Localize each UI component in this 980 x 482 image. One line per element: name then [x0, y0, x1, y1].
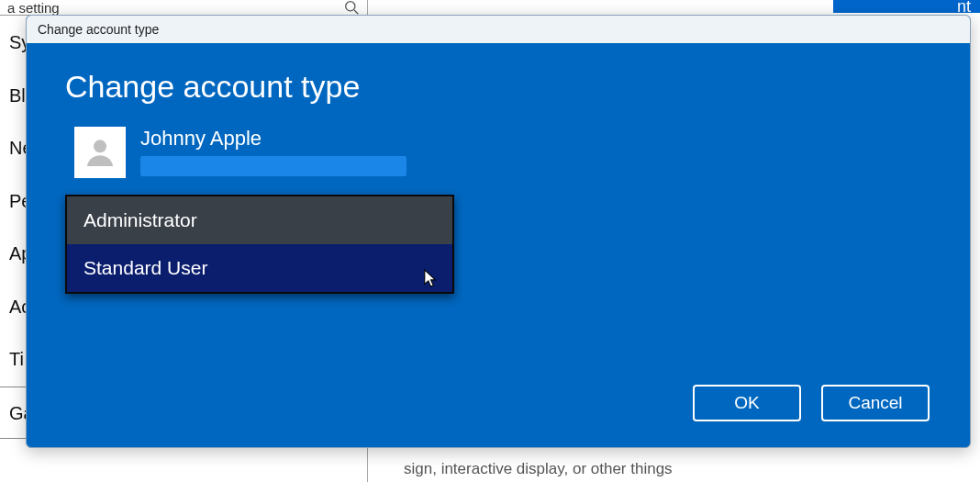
dialog-title: Change account type [38, 22, 159, 37]
user-info: Johnny Apple [140, 127, 406, 176]
svg-line-1 [354, 10, 358, 14]
search-icon [344, 0, 360, 16]
search-input-text: a setting [7, 0, 344, 16]
avatar [74, 127, 126, 178]
dropdown-option-administrator[interactable]: Administrator [67, 196, 452, 244]
dropdown-option-label: Standard User [84, 257, 207, 278]
cancel-button[interactable]: Cancel [821, 385, 930, 421]
dropdown-option-label: Administrator [84, 209, 197, 230]
setting-description: sign, interactive display, or other thin… [404, 460, 962, 478]
ok-button[interactable]: OK [693, 385, 801, 421]
user-name: Johnny Apple [140, 127, 406, 151]
dropdown-option-standard-user[interactable]: Standard User [67, 244, 452, 292]
change-account-type-dialog: Change account type Change account type … [26, 15, 971, 448]
user-row: Johnny Apple [74, 127, 931, 178]
dialog-body: Change account type Johnny Apple Adminis… [27, 43, 970, 447]
svg-point-0 [346, 1, 355, 10]
top-accent-button-fragment[interactable]: nt [833, 0, 980, 13]
dialog-button-row: OK Cancel [693, 385, 930, 421]
top-accent-label: nt [957, 0, 980, 13]
svg-point-2 [94, 140, 106, 152]
mouse-cursor-icon [423, 259, 440, 279]
user-email-redacted [140, 156, 406, 176]
dialog-titlebar[interactable]: Change account type [27, 16, 970, 43]
dialog-heading: Change account type [65, 69, 931, 105]
person-icon [82, 134, 118, 171]
settings-search-row[interactable]: a setting [0, 0, 367, 16]
account-type-dropdown[interactable]: Administrator Standard User [65, 195, 454, 294]
